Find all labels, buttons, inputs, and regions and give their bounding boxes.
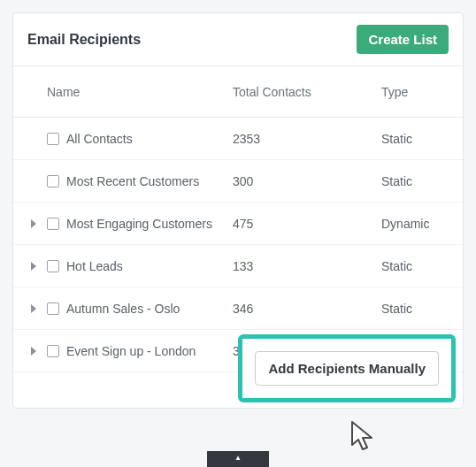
chevron-right-icon [31, 219, 36, 228]
row-name: Event Sign up - London [66, 344, 196, 358]
row-type: Static [381, 259, 449, 273]
chevron-right-icon [31, 304, 36, 313]
expand-toggle[interactable] [27, 304, 40, 313]
row-name: Autumn Sales - Oslo [66, 302, 180, 316]
column-header-type: Type [381, 85, 449, 99]
chevron-right-icon [31, 347, 36, 356]
row-checkbox[interactable] [47, 218, 59, 230]
expand-toggle[interactable] [27, 262, 40, 271]
row-checkbox[interactable] [47, 175, 59, 188]
table-row: Most Engaging Customers 475 Dynamic [13, 203, 463, 245]
table-header-row: Name Total Contacts Type [13, 66, 463, 118]
table-row: Hot Leads 133 Static [13, 245, 463, 287]
expand-toggle[interactable] [27, 347, 40, 356]
chevron-right-icon [31, 262, 36, 271]
row-contacts: 346 [233, 302, 381, 316]
drawer-handle[interactable] [207, 451, 269, 467]
row-contacts: 2353 [233, 132, 381, 146]
row-checkbox[interactable] [47, 302, 59, 315]
column-header-contacts: Total Contacts [233, 85, 381, 99]
add-recipients-manually-button[interactable]: Add Recipients Manually [255, 351, 439, 386]
row-type: Dynamic [381, 217, 449, 231]
table-row: Most Recent Customers 300 Static [13, 160, 463, 203]
column-header-name: Name [27, 85, 233, 99]
highlight-frame: Add Recipients Manually [238, 334, 456, 402]
row-checkbox[interactable] [47, 133, 59, 145]
create-list-button[interactable]: Create List [357, 25, 449, 54]
recipients-table: Name Total Contacts Type All Contacts 23… [13, 66, 463, 408]
row-contacts: 300 [233, 174, 381, 188]
row-checkbox[interactable] [47, 260, 59, 272]
row-type: Static [381, 174, 449, 188]
expand-toggle[interactable] [27, 219, 40, 228]
table-row: All Contacts 2353 Static [13, 118, 463, 160]
row-contacts: 475 [233, 217, 381, 231]
row-name: All Contacts [66, 132, 133, 146]
panel-footer: Add Recipients Manually [13, 372, 463, 408]
row-name: Most Recent Customers [66, 174, 199, 188]
row-name: Most Engaging Customers [66, 217, 212, 231]
cursor-icon [349, 420, 378, 454]
panel-header: Email Recipients Create List [13, 13, 463, 66]
email-recipients-panel: Email Recipients Create List Name Total … [12, 12, 464, 409]
row-name: Hot Leads [66, 259, 123, 273]
row-checkbox[interactable] [47, 345, 59, 357]
row-type: Static [381, 132, 449, 146]
panel-title: Email Recipients [27, 32, 141, 48]
table-row: Autumn Sales - Oslo 346 Static [13, 287, 463, 330]
row-contacts: 133 [233, 259, 381, 273]
row-type: Static [381, 302, 449, 316]
